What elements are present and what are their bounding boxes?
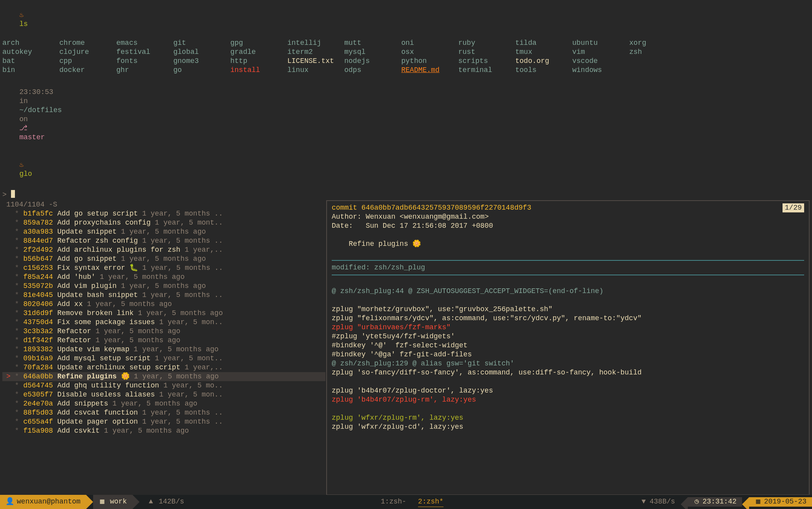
commit-age: 1 year, 5 months ago — [138, 309, 223, 317]
commit-row[interactable]: * a30a983 Update snippet 1 year, 5 month… — [2, 227, 325, 236]
ls-entry: LICENSE.txt — [287, 57, 344, 66]
commit-age: 1 year, 5 months .. — [142, 210, 223, 218]
commit-row[interactable]: * f15a908 Add csvkit 1 year, 5 months ag… — [2, 426, 325, 435]
ls-entry: osx — [401, 48, 458, 57]
tmux-tabs[interactable]: 1:zsh-2:zsh* — [190, 495, 635, 509]
commit-row[interactable]: * f85a244 Add 'hub' 1 year, 5 months ago — [2, 273, 325, 282]
status-date: ▦ 2019-05-23 — [749, 497, 812, 506]
ls-entry: mysql — [344, 48, 401, 57]
commit-hash: 1893382 — [23, 345, 53, 353]
cmd-ls: ls — [19, 20, 28, 28]
fzf-results[interactable]: 1104/1104 -S * b1fa5fc Add go setup scri… — [2, 200, 325, 495]
commit-hash: c156253 — [23, 264, 53, 272]
ls-entry: iterm2 — [287, 48, 344, 57]
cmd-glo: glo — [19, 170, 32, 178]
commit-age: 1 year, 5 months ago — [112, 400, 197, 408]
commit-msg: Update pager option — [57, 418, 138, 426]
commit-hash: b1fa5fc — [23, 210, 53, 218]
commit-age: 1 year, 5 months ago — [100, 273, 185, 281]
commit-age: 1 year, 5 mon.. — [159, 318, 223, 326]
commit-age: 1 year,.. — [185, 363, 223, 371]
commit-row[interactable]: > * 646a0bb Refine plugins 🌼 1 year, 5 m… — [2, 372, 325, 381]
status-session: ▦ work — [93, 495, 132, 509]
ls-entry: go — [173, 66, 230, 75]
commit-msg: Add archlinux plugins for zsh — [57, 246, 180, 254]
commit-row[interactable]: * 88f5d03 Add csvcat function 1 year, 5 … — [2, 408, 325, 417]
git-branch: master — [19, 133, 45, 141]
commit-row[interactable]: * 8844ed7 Refactor zsh config 1 year, 5 … — [2, 236, 325, 245]
download-speed: 438B/s — [650, 497, 675, 506]
commit-preview: 1/29 commit 646a0bb7adb66432575937089596… — [326, 200, 810, 495]
commit-row[interactable]: * 70fa284 Update archlinux setup script … — [2, 363, 325, 372]
commit-row[interactable]: * 859a782 Add proxychains config 1 year,… — [2, 218, 325, 227]
ls-entry: install — [230, 66, 287, 75]
preview-counter: 1/29 — [783, 203, 804, 212]
ls-entry: mutt — [344, 39, 401, 48]
commit-row[interactable]: * e5305f7 Disable useless aliases 1 year… — [2, 390, 325, 399]
tmux-tab[interactable]: 2:zsh* — [418, 497, 444, 506]
tmux-statusbar: 👤 wenxuan@phantom ▦ work ▲ 142B/s 1:zsh-… — [0, 495, 812, 509]
commit-row[interactable]: * 1893382 Update vim keymap 1 year, 5 mo… — [2, 345, 325, 354]
ls-entry: intellij — [287, 39, 344, 48]
upload-icon: ▲ — [147, 497, 154, 506]
commit-msg: Fix some package issues — [57, 318, 155, 326]
commit-age: 1 year, 5 months .. — [142, 264, 223, 272]
terminal-screen: ♨ ls archchromeemacsgitgpgintellijmutton… — [0, 0, 812, 495]
diff-context: zplug 'b4b4r07/zplug-doctor', lazy:yes — [332, 386, 804, 395]
calendar-icon: ▦ — [755, 497, 762, 506]
prompt-flame-icon: ♨ — [19, 11, 24, 19]
commit-age: 1 year, 5 months .. — [142, 409, 223, 417]
ls-entry: fonts — [116, 57, 173, 66]
commit-msg: Add go snippet — [57, 255, 117, 263]
commit-hash: e5305f7 — [23, 391, 53, 398]
ls-entry: ghr — [116, 66, 173, 75]
commit-row[interactable]: * 2e4e70a Add snippets 1 year, 5 months … — [2, 399, 325, 408]
ls-entry: nodejs — [344, 57, 401, 66]
ls-entry: cpp — [59, 57, 116, 66]
commit-age: 1 year, 5 months ago — [134, 373, 219, 380]
commit-hash-line: commit 646a0bb7adb66432575937089596f2270… — [332, 203, 804, 212]
commit-row[interactable]: * b1fa5fc Add go setup script 1 year, 5 … — [2, 209, 325, 218]
commit-age: 1 year, 5 months ago — [104, 427, 189, 435]
status-clock: ◷ 23:31:42 — [688, 497, 742, 506]
tmux-tab[interactable]: 1:zsh- — [381, 497, 406, 506]
ls-entry: emacs — [116, 39, 173, 48]
commit-row[interactable]: * 81e4045 Update bash snippet 1 year, 5 … — [2, 291, 325, 300]
commit-row[interactable]: * 31d6d9f Remove broken link 1 year, 5 m… — [2, 309, 325, 318]
commit-row[interactable]: * b56b647 Add go snippet 1 year, 5 month… — [2, 254, 325, 264]
fzf-query-row[interactable]: > — [2, 188, 810, 199]
commit-row[interactable]: * 43750d4 Fix some package issues 1 year… — [2, 318, 325, 327]
modified-file: modified: zsh/zsh_plug — [332, 263, 804, 272]
commit-hash: 70fa284 — [23, 363, 53, 371]
fzf-counter: 1104/1104 -S — [2, 200, 325, 209]
commit-row[interactable]: * c655a4f Update pager option 1 year, 5 … — [2, 417, 325, 426]
commit-row[interactable]: * 2f2d492 Add archlinux plugins for zsh … — [2, 245, 325, 254]
commit-msg: Remove broken link — [57, 309, 134, 317]
commit-row[interactable]: * 535072b Add vim plugin 1 year, 5 month… — [2, 282, 325, 291]
commit-msg: Update vim keymap — [57, 345, 130, 353]
ls-entry: festival — [116, 48, 173, 57]
ls-entry: ubuntu — [572, 39, 629, 48]
commit-msg: Refactor — [57, 336, 91, 344]
commit-age: 1 year, 5 mo.. — [164, 382, 223, 389]
commit-row[interactable]: * d1f342f Refactor 1 year, 5 months ago — [2, 336, 325, 345]
commit-age: 1 year,.. — [185, 246, 223, 254]
prompt-ls: ♨ ls — [2, 2, 810, 38]
commit-row[interactable]: * c156253 Fix syntax error 🐛 1 year, 5 m… — [2, 264, 325, 273]
commit-msg: Add csvkit — [57, 427, 100, 435]
commit-row[interactable]: * 8020406 Add xx 1 year, 5 months ago — [2, 300, 325, 309]
ls-entry: xorg — [629, 39, 686, 48]
commit-row[interactable]: * d564745 Add ghq utility function 1 yea… — [2, 381, 325, 390]
commit-age: 1 year, 5 mont.. — [155, 354, 223, 362]
commit-age: 1 year, 5 months ago — [96, 327, 180, 335]
commit-row[interactable]: * 09b16a9 Add mysql setup script 1 year,… — [2, 354, 325, 363]
ls-entry: rust — [458, 48, 515, 57]
commit-age: 1 year, 5 months ago — [121, 255, 206, 263]
ls-entry: windows — [572, 66, 629, 75]
ls-entry: odps — [344, 66, 401, 75]
ls-entry: vscode — [572, 57, 629, 66]
commit-age: 1 year, 5 months .. — [142, 418, 223, 426]
commit-row[interactable]: * 3c3b3a2 Refactor 1 year, 5 months ago — [2, 327, 325, 336]
diff-context: #bindkey '^@' fzf-select-widget — [332, 341, 804, 350]
commit-hash: b56b647 — [23, 255, 53, 263]
